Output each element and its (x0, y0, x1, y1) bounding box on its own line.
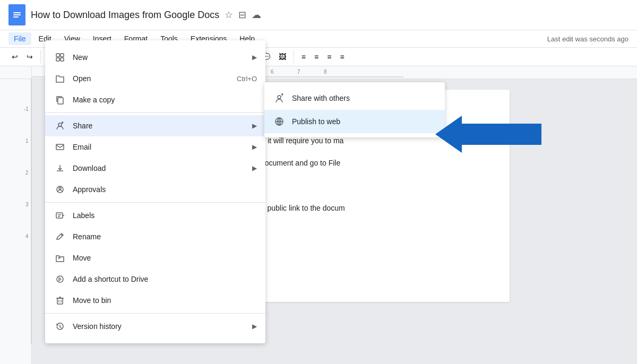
svg-rect-29 (56, 144, 64, 150)
share-icon (54, 119, 66, 132)
file-menu-bin-label: Move to bin (73, 296, 257, 305)
svg-rect-27 (58, 98, 63, 104)
file-menu-section-4: Version history ▶ (45, 314, 265, 339)
svg-text:-1: -1 (24, 106, 29, 112)
image-button[interactable]: 🖼 (276, 50, 289, 63)
folder-icon[interactable]: ⊟ (238, 9, 246, 21)
file-menu-labels[interactable]: Labels (45, 205, 265, 226)
file-menu-download-label: Download (73, 164, 252, 172)
file-menu-copy[interactable]: Make a copy (45, 89, 265, 110)
download-icon (54, 162, 66, 175)
annotation-arrow (435, 116, 541, 153)
file-menu-labels-label: Labels (73, 211, 257, 220)
svg-point-31 (59, 187, 61, 189)
file-menu-section-1: New ▶ Open Ctrl+O Make a copy (45, 45, 265, 113)
toolbar-separator-4 (294, 50, 294, 63)
toolbar-separator-1 (40, 50, 41, 63)
svg-rect-23 (56, 54, 59, 57)
side-ruler: -1 1 2 3 4 (0, 79, 32, 364)
rename-icon (54, 230, 66, 243)
svg-text:2: 2 (25, 170, 29, 176)
file-menu-section-3: Labels Rename Move (45, 203, 265, 314)
svg-rect-32 (56, 213, 63, 218)
svg-text:4: 4 (25, 233, 29, 239)
email-icon (54, 141, 66, 153)
share-person-icon (273, 92, 286, 105)
version-history-arrow-icon: ▶ (252, 323, 257, 330)
svg-text:6: 6 (271, 69, 274, 75)
cloud-icon[interactable]: ☁ (252, 9, 261, 21)
svg-marker-43 (435, 116, 541, 153)
svg-rect-2 (13, 14, 21, 15)
file-menu-rename-label: Rename (73, 232, 257, 241)
file-menu-approvals[interactable]: Approvals (45, 179, 265, 200)
redo-button[interactable]: ↪ (23, 50, 36, 63)
email-arrow-icon: ▶ (252, 143, 257, 151)
copy-icon (54, 93, 66, 106)
publish-to-web-item[interactable]: Publish to web (264, 110, 445, 133)
open-shortcut: Ctrl+O (237, 75, 257, 83)
svg-rect-3 (13, 16, 19, 18)
file-menu-version-history[interactable]: Version history ▶ (45, 316, 265, 337)
svg-point-37 (278, 96, 281, 99)
svg-rect-33 (58, 214, 61, 215)
align-center-button[interactable]: ≡ (311, 50, 322, 63)
file-menu-approvals-label: Approvals (73, 185, 257, 194)
file-menu-email-label: Email (73, 143, 252, 151)
file-menu-copy-label: Make a copy (73, 96, 257, 104)
file-menu-move[interactable]: Move (45, 247, 265, 268)
svg-rect-25 (56, 58, 59, 61)
side-ruler-top (0, 66, 32, 79)
share-arrow-icon: ▶ (252, 122, 257, 129)
align-right-button[interactable]: ≡ (324, 50, 334, 63)
file-menu-version-history-label: Version history (73, 322, 252, 331)
title-bar: How to Download Images from Google Docs … (0, 0, 637, 30)
publish-to-web-label: Publish to web (292, 117, 340, 126)
file-menu-shortcut[interactable]: Add a shortcut to Drive (45, 268, 265, 290)
justify-button[interactable]: ≡ (337, 50, 347, 63)
labels-icon (54, 209, 66, 222)
file-menu-shortcut-label: Add a shortcut to Drive (73, 275, 257, 283)
new-icon (54, 51, 66, 64)
svg-text:8: 8 (324, 69, 327, 75)
globe-icon (273, 115, 286, 128)
file-menu-new-label: New (73, 53, 252, 62)
bin-icon (54, 294, 66, 307)
svg-text:3: 3 (25, 202, 29, 207)
file-menu-bin[interactable]: Move to bin (45, 290, 265, 311)
file-menu-open[interactable]: Open Ctrl+O (45, 68, 265, 89)
file-menu-email[interactable]: Email ▶ (45, 136, 265, 158)
side-ruler-svg: -1 1 2 3 4 (0, 79, 32, 344)
new-arrow-icon: ▶ (252, 54, 257, 61)
star-icon[interactable]: ☆ (225, 9, 233, 21)
svg-text:1: 1 (25, 138, 29, 144)
file-menu-download[interactable]: Download ▶ (45, 158, 265, 179)
file-menu-rename[interactable]: Rename (45, 226, 265, 247)
share-with-others-label: Share with others (292, 94, 350, 102)
open-icon (54, 72, 66, 85)
share-with-others-item[interactable]: Share with others (264, 86, 445, 110)
undo-button[interactable]: ↩ (8, 50, 21, 63)
download-arrow-icon: ▶ (252, 164, 257, 172)
title-icons: ☆ ⊟ ☁ (225, 9, 261, 21)
doc-icon (8, 4, 25, 25)
file-menu-share[interactable]: Share ▶ (45, 115, 265, 136)
arrow-svg (435, 116, 541, 153)
share-submenu: Share with others Publish to web (264, 82, 445, 137)
document-title: How to Download Images from Google Docs (31, 10, 219, 21)
approvals-icon (54, 183, 66, 196)
svg-rect-1 (13, 12, 21, 13)
shortcut-icon (54, 273, 66, 285)
file-menu-share-label: Share (73, 122, 252, 130)
svg-rect-24 (61, 54, 64, 57)
file-menu-new[interactable]: New ▶ (45, 47, 265, 68)
svg-rect-36 (57, 298, 63, 304)
align-left-button[interactable]: ≡ (298, 50, 309, 63)
svg-point-35 (57, 276, 63, 282)
last-edit-status: Last edit was seconds ago (547, 35, 629, 43)
svg-point-28 (58, 123, 62, 126)
svg-rect-34 (58, 216, 60, 217)
file-menu-open-label: Open (73, 74, 237, 83)
menu-item-file[interactable]: File (8, 32, 31, 45)
file-menu-section-2: Share ▶ Email ▶ Download ▶ (45, 113, 265, 203)
